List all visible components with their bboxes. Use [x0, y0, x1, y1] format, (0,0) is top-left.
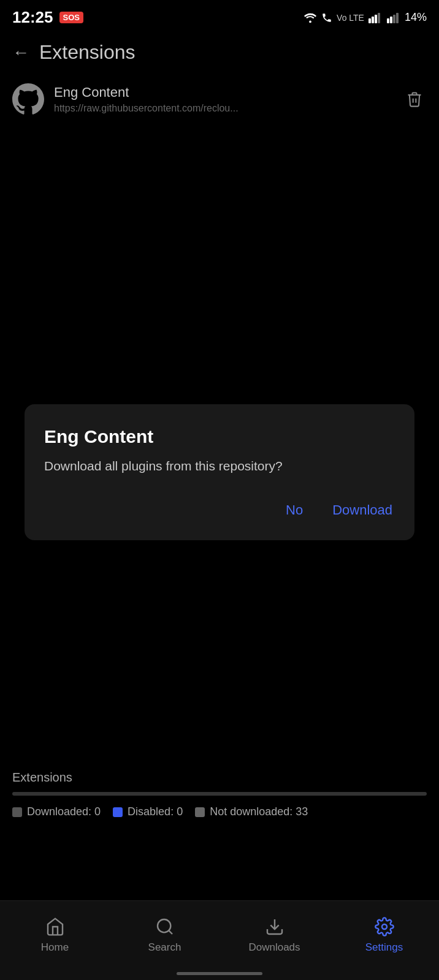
- nav-item-home[interactable]: Home: [0, 916, 110, 954]
- svg-point-0: [309, 20, 311, 23]
- github-icon: [12, 83, 44, 115]
- vo-lte-text: Vo LTE: [337, 13, 364, 23]
- page-header: ← Extensions: [0, 34, 439, 74]
- svg-rect-2: [372, 17, 374, 23]
- bottom-pill: [177, 972, 262, 975]
- svg-line-10: [169, 930, 172, 934]
- wifi-icon: [303, 12, 317, 23]
- downloads-icon: [264, 916, 286, 938]
- back-button[interactable]: ←: [12, 43, 29, 62]
- svg-rect-3: [375, 15, 377, 23]
- downloaded-stat: Downloaded: 0: [27, 805, 101, 818]
- download-dialog: Eng Content Download all plugins from th…: [25, 404, 414, 540]
- svg-point-12: [382, 924, 387, 929]
- svg-rect-1: [368, 18, 371, 23]
- repository-item: Eng Content https://raw.githubuserconten…: [0, 74, 439, 125]
- battery-text: 14%: [405, 11, 427, 24]
- progress-bar: [12, 792, 427, 796]
- extensions-stats: Downloaded: 0 Disabled: 0 Not downloaded…: [12, 805, 427, 818]
- svg-rect-6: [390, 17, 392, 23]
- no-button[interactable]: No: [283, 497, 305, 523]
- delete-repo-button[interactable]: [402, 87, 427, 111]
- dialog-buttons: No Download: [44, 497, 395, 523]
- download-button[interactable]: Download: [330, 497, 395, 523]
- nav-label-home: Home: [41, 941, 69, 954]
- extensions-section: Extensions Downloaded: 0 Disabled: 0 Not…: [0, 753, 439, 828]
- signal2-icon: [386, 12, 401, 23]
- search-icon: [154, 916, 176, 938]
- status-bar: 12:25 SOS Vo LTE 14%: [0, 0, 439, 34]
- nav-item-downloads[interactable]: Downloads: [220, 916, 329, 954]
- svg-rect-5: [387, 18, 389, 23]
- page-title: Extensions: [39, 41, 136, 64]
- disabled-stat: Disabled: 0: [128, 805, 183, 818]
- nav-item-settings[interactable]: Settings: [329, 916, 439, 954]
- phone-icon: [321, 12, 333, 23]
- svg-rect-8: [396, 13, 399, 23]
- bottom-nav: Home Search Downloads Sett: [0, 900, 439, 980]
- extensions-section-title: Extensions: [12, 771, 427, 785]
- status-time: 12:25: [12, 8, 53, 27]
- home-icon: [44, 916, 66, 938]
- repo-info: Eng Content https://raw.githubuserconten…: [54, 85, 392, 114]
- dialog-message: Download all plugins from this repositor…: [44, 457, 395, 475]
- nav-label-search: Search: [148, 941, 181, 954]
- svg-point-9: [158, 919, 170, 932]
- sos-badge: SOS: [59, 12, 83, 23]
- repo-url: https://raw.githubusercontent.com/reclou…: [54, 103, 392, 114]
- not-downloaded-stat: Not downloaded: 33: [210, 805, 308, 818]
- downloaded-dot: [12, 807, 22, 817]
- nav-item-search[interactable]: Search: [110, 916, 220, 954]
- status-icons: Vo LTE 14%: [303, 11, 427, 24]
- dialog-title: Eng Content: [44, 426, 395, 447]
- disabled-dot: [113, 807, 123, 817]
- nav-label-settings: Settings: [365, 941, 403, 954]
- nav-label-downloads: Downloads: [248, 941, 300, 954]
- svg-rect-4: [378, 13, 380, 23]
- not-downloaded-dot: [195, 807, 205, 817]
- repo-name: Eng Content: [54, 85, 392, 100]
- signal-icon: [368, 12, 383, 23]
- settings-icon: [373, 916, 395, 938]
- svg-rect-7: [393, 15, 395, 23]
